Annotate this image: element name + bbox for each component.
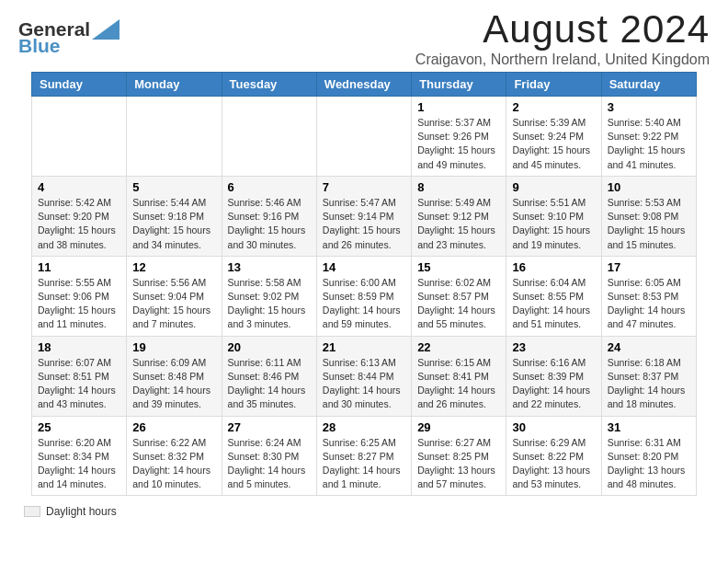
calendar-cell: 25Sunrise: 6:20 AMSunset: 8:34 PMDayligh… xyxy=(32,416,127,496)
calendar-cell: 16Sunrise: 6:04 AMSunset: 8:55 PMDayligh… xyxy=(506,256,601,336)
calendar-cell: 2Sunrise: 5:39 AMSunset: 9:24 PMDaylight… xyxy=(506,97,601,177)
day-number: 25 xyxy=(38,420,120,434)
calendar-cell: 30Sunrise: 6:29 AMSunset: 8:22 PMDayligh… xyxy=(506,416,601,496)
day-number: 11 xyxy=(38,260,120,274)
day-number: 18 xyxy=(38,340,120,354)
day-info: Sunrise: 6:18 AMSunset: 8:37 PMDaylight:… xyxy=(608,356,690,412)
day-info: Sunrise: 5:42 AMSunset: 9:20 PMDaylight:… xyxy=(38,196,120,252)
calendar-cell: 3Sunrise: 5:40 AMSunset: 9:22 PMDaylight… xyxy=(601,97,696,177)
day-info: Sunrise: 6:05 AMSunset: 8:53 PMDaylight:… xyxy=(608,276,690,332)
calendar-cell: 15Sunrise: 6:02 AMSunset: 8:57 PMDayligh… xyxy=(412,256,506,336)
calendar-cell: 18Sunrise: 6:07 AMSunset: 8:51 PMDayligh… xyxy=(32,336,127,416)
day-info: Sunrise: 6:27 AMSunset: 8:25 PMDaylight:… xyxy=(417,436,500,492)
calendar-cell: 19Sunrise: 6:09 AMSunset: 8:48 PMDayligh… xyxy=(127,336,222,416)
day-of-week-header: Thursday xyxy=(412,73,506,97)
day-info: Sunrise: 6:15 AMSunset: 8:41 PMDaylight:… xyxy=(417,356,500,412)
day-info: Sunrise: 5:37 AMSunset: 9:26 PMDaylight:… xyxy=(417,116,500,172)
day-number: 4 xyxy=(38,180,120,194)
calendar-cell: 9Sunrise: 5:51 AMSunset: 9:10 PMDaylight… xyxy=(506,176,601,256)
calendar-cell: 31Sunrise: 6:31 AMSunset: 8:20 PMDayligh… xyxy=(601,416,696,496)
calendar-cell: 28Sunrise: 6:25 AMSunset: 8:27 PMDayligh… xyxy=(316,416,411,496)
day-info: Sunrise: 6:31 AMSunset: 8:20 PMDaylight:… xyxy=(608,436,690,492)
day-number: 30 xyxy=(512,420,595,434)
calendar-cell: 27Sunrise: 6:24 AMSunset: 8:30 PMDayligh… xyxy=(222,416,316,496)
day-number: 10 xyxy=(608,180,690,194)
day-number: 13 xyxy=(228,260,311,274)
day-of-week-header: Wednesday xyxy=(316,73,411,97)
day-info: Sunrise: 6:04 AMSunset: 8:55 PMDaylight:… xyxy=(512,276,595,332)
day-info: Sunrise: 6:29 AMSunset: 8:22 PMDaylight:… xyxy=(512,436,595,492)
day-number: 27 xyxy=(228,420,311,434)
svg-marker-0 xyxy=(92,19,119,40)
day-info: Sunrise: 6:24 AMSunset: 8:30 PMDaylight:… xyxy=(228,436,311,492)
day-info: Sunrise: 5:39 AMSunset: 9:24 PMDaylight:… xyxy=(512,116,595,172)
calendar-cell: 11Sunrise: 5:55 AMSunset: 9:06 PMDayligh… xyxy=(32,256,127,336)
calendar-cell: 5Sunrise: 5:44 AMSunset: 9:18 PMDaylight… xyxy=(127,176,222,256)
calendar-cell xyxy=(127,97,222,177)
day-info: Sunrise: 5:58 AMSunset: 9:02 PMDaylight:… xyxy=(228,276,311,332)
day-info: Sunrise: 6:11 AMSunset: 8:46 PMDaylight:… xyxy=(228,356,311,412)
day-number: 5 xyxy=(132,180,215,194)
day-number: 17 xyxy=(608,260,690,274)
calendar-cell: 22Sunrise: 6:15 AMSunset: 8:41 PMDayligh… xyxy=(412,336,506,416)
subtitle: Craigavon, Northern Ireland, United King… xyxy=(415,52,710,68)
day-number: 9 xyxy=(512,180,595,194)
calendar-cell: 23Sunrise: 6:16 AMSunset: 8:39 PMDayligh… xyxy=(506,336,601,416)
calendar-cell: 7Sunrise: 5:47 AMSunset: 9:14 PMDaylight… xyxy=(316,176,411,256)
logo-icon xyxy=(92,19,119,40)
legend-label: Daylight hours xyxy=(46,505,117,518)
calendar-cell xyxy=(316,97,411,177)
day-number: 7 xyxy=(323,180,405,194)
calendar-cell: 13Sunrise: 5:58 AMSunset: 9:02 PMDayligh… xyxy=(222,256,316,336)
day-info: Sunrise: 5:46 AMSunset: 9:16 PMDaylight:… xyxy=(228,196,311,252)
day-info: Sunrise: 5:55 AMSunset: 9:06 PMDaylight:… xyxy=(38,276,120,332)
calendar-cell: 29Sunrise: 6:27 AMSunset: 8:25 PMDayligh… xyxy=(412,416,506,496)
day-number: 14 xyxy=(323,260,405,274)
calendar-table: SundayMondayTuesdayWednesdayThursdayFrid… xyxy=(31,72,697,496)
calendar-cell: 12Sunrise: 5:56 AMSunset: 9:04 PMDayligh… xyxy=(127,256,222,336)
calendar-cell: 10Sunrise: 5:53 AMSunset: 9:08 PMDayligh… xyxy=(601,176,696,256)
day-info: Sunrise: 6:02 AMSunset: 8:57 PMDaylight:… xyxy=(417,276,500,332)
day-number: 20 xyxy=(228,340,311,354)
day-number: 2 xyxy=(512,100,595,114)
calendar-cell: 1Sunrise: 5:37 AMSunset: 9:26 PMDaylight… xyxy=(412,97,506,177)
day-number: 28 xyxy=(323,420,405,434)
calendar-cell: 4Sunrise: 5:42 AMSunset: 9:20 PMDaylight… xyxy=(32,176,127,256)
day-number: 16 xyxy=(512,260,595,274)
calendar-cell: 14Sunrise: 6:00 AMSunset: 8:59 PMDayligh… xyxy=(316,256,411,336)
day-info: Sunrise: 6:16 AMSunset: 8:39 PMDaylight:… xyxy=(512,356,595,412)
day-info: Sunrise: 5:51 AMSunset: 9:10 PMDaylight:… xyxy=(512,196,595,252)
calendar-cell: 8Sunrise: 5:49 AMSunset: 9:12 PMDaylight… xyxy=(412,176,506,256)
day-info: Sunrise: 5:49 AMSunset: 9:12 PMDaylight:… xyxy=(417,196,500,252)
day-number: 1 xyxy=(417,100,500,114)
day-info: Sunrise: 6:25 AMSunset: 8:27 PMDaylight:… xyxy=(323,436,405,492)
day-of-week-header: Sunday xyxy=(32,73,127,97)
day-number: 22 xyxy=(417,340,500,354)
calendar-cell: 21Sunrise: 6:13 AMSunset: 8:44 PMDayligh… xyxy=(316,336,411,416)
calendar-cell xyxy=(222,97,316,177)
title-section: August 2024 Craigavon, Northern Ireland,… xyxy=(415,7,710,68)
logo-blue-text: Blue xyxy=(18,35,61,57)
day-info: Sunrise: 6:09 AMSunset: 8:48 PMDaylight:… xyxy=(132,356,215,412)
calendar-cell: 6Sunrise: 5:46 AMSunset: 9:16 PMDaylight… xyxy=(222,176,316,256)
day-of-week-header: Friday xyxy=(506,73,601,97)
logo: General Blue xyxy=(18,18,119,57)
day-number: 8 xyxy=(417,180,500,194)
day-of-week-header: Saturday xyxy=(601,73,696,97)
day-number: 29 xyxy=(417,420,500,434)
day-info: Sunrise: 5:44 AMSunset: 9:18 PMDaylight:… xyxy=(132,196,215,252)
day-number: 6 xyxy=(228,180,311,194)
day-number: 24 xyxy=(608,340,690,354)
day-number: 21 xyxy=(323,340,405,354)
calendar-cell xyxy=(32,97,127,177)
day-of-week-header: Monday xyxy=(127,73,222,97)
day-of-week-header: Tuesday xyxy=(222,73,316,97)
day-number: 31 xyxy=(608,420,690,434)
day-info: Sunrise: 5:47 AMSunset: 9:14 PMDaylight:… xyxy=(323,196,405,252)
day-number: 23 xyxy=(512,340,595,354)
day-info: Sunrise: 6:00 AMSunset: 8:59 PMDaylight:… xyxy=(323,276,405,332)
day-number: 15 xyxy=(417,260,500,274)
day-info: Sunrise: 6:22 AMSunset: 8:32 PMDaylight:… xyxy=(132,436,215,492)
calendar-cell: 26Sunrise: 6:22 AMSunset: 8:32 PMDayligh… xyxy=(127,416,222,496)
calendar-cell: 17Sunrise: 6:05 AMSunset: 8:53 PMDayligh… xyxy=(601,256,696,336)
